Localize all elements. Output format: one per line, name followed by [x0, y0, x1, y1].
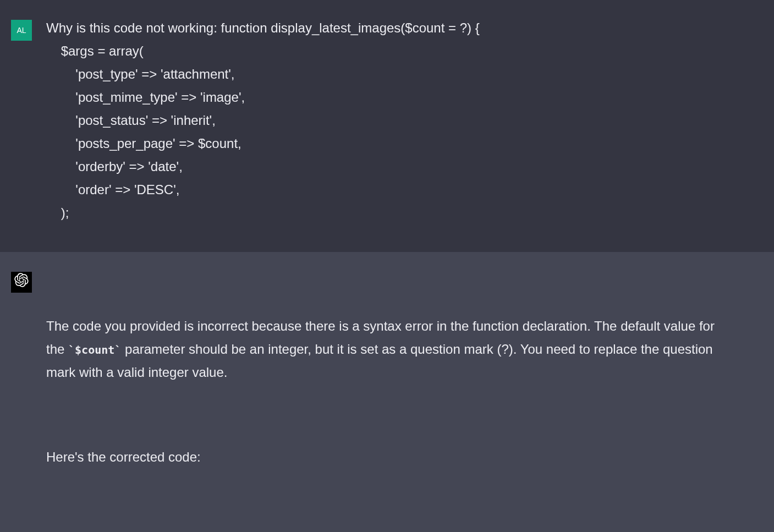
- assistant-paragraph-1: The code you provided is incorrect becau…: [46, 315, 719, 384]
- assistant-message-text: The code you provided is incorrect becau…: [46, 268, 719, 532]
- assistant-paragraph-2: Here's the corrected code:: [46, 446, 719, 469]
- assistant-avatar: [11, 272, 32, 293]
- assistant-message: The code you provided is incorrect becau…: [0, 252, 774, 532]
- inline-code: `$count`: [68, 343, 121, 357]
- user-message-text: Why is this code not working: function d…: [46, 17, 719, 224]
- user-message: AL Why is this code not working: functio…: [0, 0, 774, 252]
- text-span: parameter should be an integer, but it i…: [46, 342, 716, 380]
- openai-icon: [14, 273, 29, 292]
- user-avatar: AL: [11, 20, 32, 41]
